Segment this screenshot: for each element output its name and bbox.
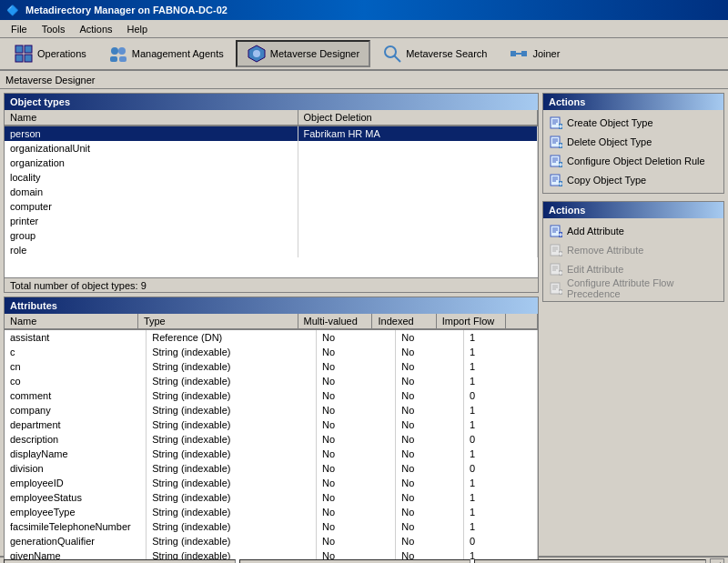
object-type-actions-header: Actions xyxy=(543,94,723,110)
operations-label: Operations xyxy=(37,48,86,59)
remove-attribute-label: Remove Attribute xyxy=(567,245,643,256)
action-edit-attribute: Edit Attribute xyxy=(545,260,722,278)
add-attribute-label: Add Attribute xyxy=(567,226,624,236)
attr-indexed: No xyxy=(396,476,464,490)
remove-attribute-icon xyxy=(549,243,563,257)
table-row[interactable]: role xyxy=(5,243,538,257)
attr-importflow: 1 xyxy=(464,476,538,490)
table-row[interactable]: facsimileTelephoneNumber String (indexab… xyxy=(5,519,538,534)
delete-object-type-label: Delete Object Type xyxy=(567,136,652,147)
table-row[interactable]: displayName String (indexable) No No 1 xyxy=(5,447,538,461)
obj-deletion xyxy=(298,170,537,185)
attr-type: String (indexable) xyxy=(147,432,317,447)
breadcrumb-text: Metaverse Designer xyxy=(5,75,95,85)
menu-actions[interactable]: Actions xyxy=(72,22,119,36)
obj-deletion xyxy=(298,228,537,243)
toolbar-metaverse-designer[interactable]: Metaverse Designer xyxy=(236,40,370,67)
toolbar-management-agents[interactable]: Management Agents xyxy=(98,40,234,67)
attr-importflow: 1 xyxy=(464,519,538,534)
table-row[interactable]: employeeType String (indexable) No No 1 xyxy=(5,505,538,519)
action-create-object-type[interactable]: Create Object Type xyxy=(545,114,722,132)
attr-indexed: No xyxy=(396,403,464,417)
menu-tools[interactable]: Tools xyxy=(35,22,73,36)
toolbar-metaverse-search[interactable]: Metaverse Search xyxy=(372,40,497,67)
table-row[interactable]: organization xyxy=(5,156,538,170)
attr-name: displayName xyxy=(5,447,147,461)
table-row[interactable]: c String (indexable) No No 1 xyxy=(5,345,538,359)
toolbar-joiner[interactable]: Joiner xyxy=(499,40,570,67)
attr-indexed: No xyxy=(396,345,464,359)
metaverse-search-label: Metaverse Search xyxy=(406,48,487,59)
attr-type: String (indexable) xyxy=(147,374,317,388)
table-row[interactable]: generationQualifier String (indexable) N… xyxy=(5,534,538,548)
attr-name: company xyxy=(5,403,147,417)
attr-multivalued: No xyxy=(317,330,396,345)
table-row[interactable]: employeeStatus String (indexable) No No … xyxy=(5,490,538,505)
obj-deletion xyxy=(298,185,537,199)
attributes-scroll[interactable]: assistant Reference (DN) No No 1c String… xyxy=(5,330,538,563)
object-types-content: Name Object Deletion person Fabrikam HR … xyxy=(5,110,538,292)
attr-name: comment xyxy=(5,388,147,403)
attr-col-type: Type xyxy=(137,314,298,329)
object-types-table: Name Object Deletion xyxy=(5,110,538,126)
table-row[interactable]: cn String (indexable) No No 1 xyxy=(5,359,538,374)
table-row[interactable]: computer xyxy=(5,199,538,214)
metaverse-designer-icon xyxy=(247,44,267,64)
object-types-header: Object types xyxy=(5,94,538,110)
col-name: Name xyxy=(5,110,298,126)
table-row[interactable]: assistant Reference (DN) No No 1 xyxy=(5,330,538,345)
attr-importflow: 1 xyxy=(464,403,538,417)
attr-name: division xyxy=(5,461,147,476)
table-row[interactable]: group xyxy=(5,228,538,243)
table-row[interactable]: locality xyxy=(5,170,538,185)
obj-name: group xyxy=(5,228,298,243)
table-row[interactable]: description String (indexable) No No 0 xyxy=(5,432,538,447)
action-delete-object-type[interactable]: Delete Object Type xyxy=(545,133,722,151)
action-copy-object-type[interactable]: Copy Object Type xyxy=(545,171,722,189)
attr-name: description xyxy=(5,432,147,447)
attr-col-scroll-space xyxy=(505,314,537,329)
attr-multivalued: No xyxy=(317,345,396,359)
object-type-actions-content: Create Object Type Delete Object Type xyxy=(543,110,723,193)
table-row[interactable]: department String (indexable) No No 1 xyxy=(5,417,538,432)
attr-indexed: No xyxy=(396,330,464,345)
copy-object-type-label: Copy Object Type xyxy=(567,175,646,186)
table-row[interactable]: person Fabrikam HR MA xyxy=(5,126,538,141)
table-row[interactable]: printer xyxy=(5,214,538,228)
table-row[interactable]: co String (indexable) No No 1 xyxy=(5,374,538,388)
attr-name: employeeID xyxy=(5,476,147,490)
obj-deletion xyxy=(298,141,537,156)
action-configure-deletion-rule[interactable]: Configure Object Deletion Rule xyxy=(545,152,722,170)
management-agents-label: Management Agents xyxy=(132,48,224,59)
attr-importflow: 1 xyxy=(464,330,538,345)
menu-file[interactable]: File xyxy=(4,22,35,36)
table-row[interactable]: organizationalUnit xyxy=(5,141,538,156)
attributes-header: Attributes xyxy=(5,297,538,314)
object-types-data: person Fabrikam HR MAorganizationalUnit … xyxy=(5,126,538,257)
create-object-type-icon xyxy=(549,116,563,130)
attr-type: String (indexable) xyxy=(147,461,317,476)
menu-help[interactable]: Help xyxy=(120,22,156,36)
table-row[interactable]: company String (indexable) No No 1 xyxy=(5,403,538,417)
svg-point-5 xyxy=(118,47,126,55)
attribute-actions-content: Add Attribute Remove Attribute xyxy=(543,218,723,301)
attr-indexed: No xyxy=(396,490,464,505)
obj-name: organization xyxy=(5,156,298,170)
toolbar-operations[interactable]: Operations xyxy=(4,40,96,67)
svg-line-11 xyxy=(394,55,400,62)
object-types-scroll[interactable]: person Fabrikam HR MAorganizationalUnit … xyxy=(5,126,538,277)
table-row[interactable]: division String (indexable) No No 0 xyxy=(5,461,538,476)
attr-multivalued: No xyxy=(317,476,396,490)
table-row[interactable]: comment String (indexable) No No 0 xyxy=(5,388,538,403)
action-add-attribute[interactable]: Add Attribute xyxy=(545,222,722,240)
obj-deletion xyxy=(298,156,537,170)
attr-name: department xyxy=(5,417,147,432)
attr-importflow: 0 xyxy=(464,534,538,548)
obj-name: role xyxy=(5,243,298,257)
attr-multivalued: No xyxy=(317,388,396,403)
obj-name: person xyxy=(5,126,298,141)
attribute-actions-header: Actions xyxy=(543,202,723,218)
table-row[interactable]: domain xyxy=(5,185,538,199)
table-row[interactable]: employeeID String (indexable) No No 1 xyxy=(5,476,538,490)
obj-deletion xyxy=(298,214,537,228)
